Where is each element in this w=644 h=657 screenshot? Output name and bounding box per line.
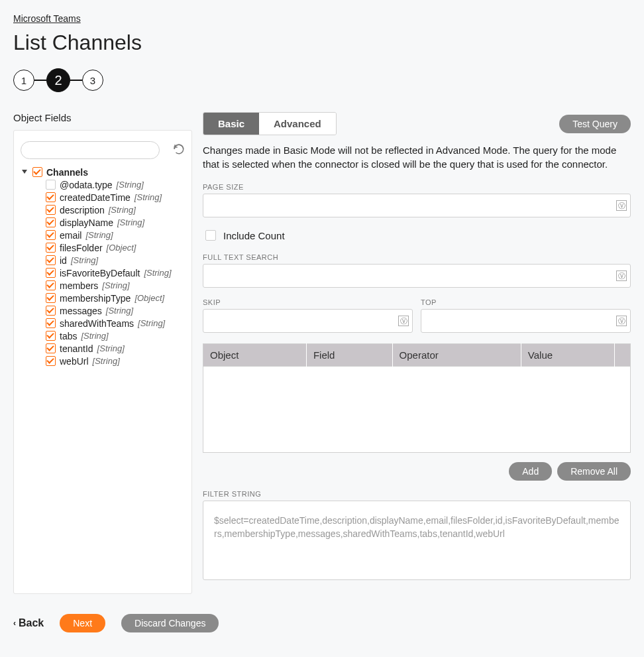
field-label: filesFolder: [60, 243, 103, 253]
chevron-left-icon: ‹: [13, 619, 16, 628]
skip-label: SKIP: [203, 298, 413, 306]
full-text-search-input[interactable]: [203, 264, 631, 288]
field-type: [Object]: [134, 293, 164, 303]
tree-field-members[interactable]: members [String]: [46, 279, 185, 292]
tree-field-sharedWithTeams[interactable]: sharedWithTeams [String]: [46, 317, 185, 329]
object-fields-panel: Channels @odata.type [String]createdDate…: [13, 130, 192, 594]
checkbox-field[interactable]: [46, 318, 56, 328]
checkbox-field[interactable]: [46, 268, 56, 278]
tree-field-odatatype[interactable]: @odata.type [String]: [46, 178, 185, 191]
top-input[interactable]: [421, 309, 631, 333]
field-type: [String]: [93, 356, 120, 366]
discard-changes-button[interactable]: Discard Changes: [121, 614, 219, 632]
checkbox-field[interactable]: [46, 205, 56, 215]
variable-icon[interactable]: Ⓥ: [398, 316, 409, 326]
field-type: [String]: [106, 306, 133, 316]
field-type: [String]: [85, 230, 113, 240]
tree-field-webUrl[interactable]: webUrl [String]: [46, 355, 185, 367]
variable-icon[interactable]: Ⓥ: [616, 270, 627, 281]
checkbox-field[interactable]: [46, 243, 56, 253]
field-type: [String]: [138, 318, 165, 328]
object-fields-search-input[interactable]: [21, 141, 160, 159]
add-filter-button[interactable]: Add: [509, 462, 552, 481]
breadcrumb: Microsoft Teams: [13, 13, 631, 24]
filter-string-output: $select=createdDateTime,description,disp…: [203, 501, 631, 580]
tree-root-label: Channels: [46, 167, 88, 178]
filter-table: Object Field Operator Value: [203, 343, 631, 367]
tab-basic[interactable]: Basic: [203, 113, 259, 135]
tree-field-displayName[interactable]: displayName [String]: [46, 216, 185, 229]
field-type: [Object]: [107, 243, 136, 253]
include-count-checkbox[interactable]: [205, 230, 216, 241]
test-query-button[interactable]: Test Query: [559, 115, 631, 133]
page-title: List Channels: [13, 30, 631, 55]
tree-field-tabs[interactable]: tabs [String]: [46, 329, 185, 342]
svg-marker-2: [22, 170, 27, 174]
tree-field-tenantId[interactable]: tenantId [String]: [46, 342, 185, 355]
field-label: createdDateTime: [60, 192, 131, 203]
checkbox-field[interactable]: [46, 280, 56, 290]
filter-th-actions: [615, 344, 631, 367]
variable-icon[interactable]: Ⓥ: [616, 316, 627, 326]
step-line: [34, 80, 46, 81]
refresh-icon[interactable]: [173, 143, 185, 157]
mode-tabs: Basic Advanced: [203, 112, 337, 135]
field-type: [String]: [117, 217, 144, 227]
page-size-input[interactable]: [203, 194, 631, 217]
field-label: @odata.type: [60, 180, 113, 190]
field-type: [String]: [81, 331, 108, 341]
tree-field-createdDateTime[interactable]: createdDateTime [String]: [46, 191, 185, 204]
tree-field-id[interactable]: id [String]: [46, 254, 185, 267]
field-label: webUrl: [60, 356, 89, 367]
breadcrumb-link[interactable]: Microsoft Teams: [13, 13, 81, 24]
checkbox-field[interactable]: [46, 230, 56, 240]
include-count-label: Include Count: [223, 230, 285, 241]
checkbox-field[interactable]: [46, 180, 56, 190]
step-3[interactable]: 3: [82, 70, 103, 91]
field-label: id: [60, 255, 67, 266]
field-label: description: [60, 205, 105, 215]
field-label: membershipType: [60, 293, 131, 304]
mode-help-text: Changes made in Basic Mode will not be r…: [203, 143, 631, 171]
tree-field-description[interactable]: description [String]: [46, 204, 185, 216]
back-button[interactable]: ‹ Back: [13, 617, 44, 629]
checkbox-root[interactable]: [32, 167, 42, 177]
next-button[interactable]: Next: [60, 614, 105, 632]
checkbox-field[interactable]: [46, 343, 56, 353]
field-type: [String]: [117, 180, 144, 190]
tree-field-email[interactable]: email [String]: [46, 229, 185, 241]
field-type: [String]: [109, 205, 136, 215]
filter-th-value: Value: [521, 344, 614, 367]
filter-string-label: FILTER STRING: [203, 490, 631, 498]
tree-field-messages[interactable]: messages [String]: [46, 304, 185, 317]
remove-all-filters-button[interactable]: Remove All: [557, 462, 631, 481]
step-2[interactable]: 2: [46, 68, 70, 92]
step-1[interactable]: 1: [13, 70, 34, 91]
field-type: [String]: [144, 268, 171, 278]
checkbox-field[interactable]: [46, 306, 56, 316]
checkbox-field[interactable]: [46, 293, 56, 303]
field-label: tenantId: [60, 343, 93, 354]
page-size-label: PAGE SIZE: [203, 183, 631, 191]
caret-down-icon[interactable]: [21, 168, 28, 176]
skip-input[interactable]: [203, 309, 413, 333]
tab-advanced[interactable]: Advanced: [259, 113, 336, 135]
filter-th-operator: Operator: [392, 344, 521, 367]
tree-field-membershipType[interactable]: membershipType [Object]: [46, 292, 185, 304]
field-label: messages: [60, 306, 102, 316]
tree-field-filesFolder[interactable]: filesFolder [Object]: [46, 241, 185, 254]
checkbox-field[interactable]: [46, 331, 56, 341]
field-label: members: [60, 280, 98, 291]
object-fields-label: Object Fields: [13, 112, 192, 123]
field-type: [String]: [134, 192, 162, 202]
checkbox-field[interactable]: [46, 192, 56, 202]
field-label: email: [60, 230, 81, 241]
checkbox-field[interactable]: [46, 255, 56, 265]
checkbox-field[interactable]: [46, 217, 56, 227]
checkbox-field[interactable]: [46, 356, 56, 366]
filter-th-object: Object: [203, 344, 307, 367]
variable-icon[interactable]: Ⓥ: [616, 200, 627, 211]
tree-field-isFavoriteByDefault[interactable]: isFavoriteByDefault [String]: [46, 267, 185, 279]
field-label: displayName: [60, 217, 113, 228]
tree-root-channels[interactable]: Channels: [21, 166, 185, 178]
